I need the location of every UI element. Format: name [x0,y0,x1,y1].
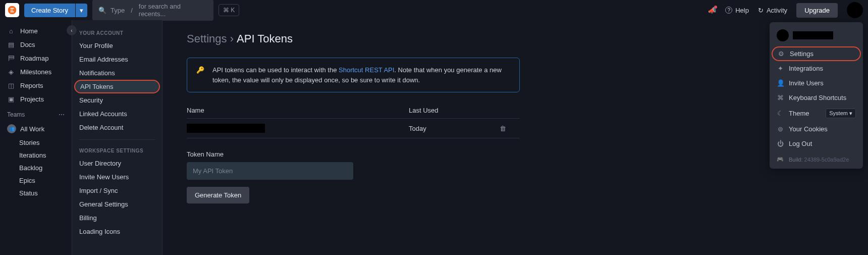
settings-invite-new-users[interactable]: Invite New Users [72,170,162,184]
menu-label: Integrations [789,65,823,72]
user-avatar[interactable] [847,2,863,18]
primary-sidebar: ‹ ⌂Home▤Docs⛿Roadmap◈Milestones◫Reports▣… [0,20,72,255]
logout-menu-item[interactable]: ⏻ Log Out [770,136,863,151]
power-icon: ⏻ [777,140,784,147]
nav-reports[interactable]: ◫Reports [0,79,72,92]
settings-your-profile[interactable]: Your Profile [72,39,162,53]
breadcrumb-parent[interactable]: Settings [187,32,227,45]
activity-link[interactable]: ↻ Activity [758,7,787,14]
info-callout: 🔑 API tokens can be used to interact wit… [187,58,520,92]
user-menu-dropdown: ⚙Settings✦Integrations👤Invite Users⌘Keyb… [770,22,863,169]
help-label: Help [735,7,749,14]
create-story-dropdown[interactable]: ▾ [76,4,87,17]
user-avatar-small [777,29,789,41]
settings-linked-accounts[interactable]: Linked Accounts [72,107,162,121]
search-hint-type: Type [111,7,125,14]
user-menu-header [770,27,863,46]
section-workspace-settings: WORKSPACE SETTINGS [72,145,162,157]
menu-invite-users[interactable]: 👤Invite Users [770,76,863,90]
projects-icon: ▣ [7,95,15,103]
menu-integrations[interactable]: ✦Integrations [770,61,863,76]
generate-token-button[interactable]: Generate Token [187,187,249,203]
build-info: 🎮 Build: 24389-5c0a9ad2e [770,151,863,164]
settings-email-addresses[interactable]: Email Addresses [72,53,162,66]
token-name-input[interactable] [187,162,353,180]
token-row: Today 🗑 [187,118,520,138]
menu-settings[interactable]: ⚙Settings [772,46,861,61]
moon-icon: ☾ [777,110,784,117]
search-kbd-shortcut: ⌘ K [219,4,239,16]
settings-notifications[interactable]: Notifications [72,66,162,80]
search-hint-rest: for search and recents... [139,3,207,18]
theme-select[interactable]: System ▾ [826,109,856,118]
create-story-button[interactable]: Create Story [24,4,75,17]
settings-user-directory[interactable]: User Directory [72,157,162,170]
section-your-account: YOUR ACCOUNT [72,27,162,39]
subnav-stories[interactable]: Stories [0,136,72,149]
upgrade-button[interactable]: Upgrade [796,3,838,18]
nav-milestones[interactable]: ◈Milestones [0,65,72,79]
milestones-icon: ◈ [7,68,15,76]
cookie-icon: ⊚ [777,125,784,133]
delete-token-button[interactable]: 🗑 [500,125,520,132]
settings-general-settings[interactable]: General Settings [72,197,162,211]
token-last-used: Today [409,125,500,132]
puzzle-icon: ✦ [777,65,784,72]
sidebar-collapse-button[interactable]: ‹ [67,25,77,35]
nav-projects[interactable]: ▣Projects [0,92,72,106]
col-header-last-used: Last Used [409,107,500,114]
nav-label: Docs [20,41,35,48]
team-avatar-icon: 👥 [7,124,16,133]
gamepad-icon: 🎮 [777,156,784,163]
search-icon: 🔍 [98,7,106,14]
info-text-pre: API tokens can be used to interact with … [212,66,339,74]
search-slash: / [129,7,135,14]
user-name-redacted [793,31,833,39]
breadcrumb-current: API Tokens [237,32,293,45]
nav-label: Roadmap [20,55,48,62]
nav-label: Projects [20,95,44,103]
teams-label: Teams [7,111,25,118]
search-input[interactable]: 🔍 Type / for search and recents... [92,0,213,21]
topbar: Create Story ▾ 🔍 Type / for search and r… [0,0,868,20]
menu-label: Keyboard Shortcuts [789,94,846,101]
app-logo[interactable] [5,3,19,17]
nav-roadmap[interactable]: ⛿Roadmap [0,52,72,65]
logout-label: Log Out [789,140,812,147]
settings-sidebar: YOUR ACCOUNT Your ProfileEmail Addresses… [72,20,162,255]
subnav-backlog[interactable]: Backlog [0,162,72,174]
menu-label: Invite Users [789,79,824,87]
team-label: All Work [20,125,44,133]
cookies-menu-item[interactable]: ⊚ Your Cookies [770,122,863,136]
activity-label: Activity [767,7,787,14]
token-name-label: Token Name [187,150,844,158]
subnav-iterations[interactable]: Iterations [0,149,72,162]
breadcrumb: Settings › API Tokens [187,32,844,45]
teams-more-icon[interactable]: ⋯ [59,111,65,118]
col-header-name: Name [187,107,409,114]
settings-security[interactable]: Security [72,93,162,107]
subnav-status[interactable]: Status [0,187,72,199]
notifications-icon[interactable]: 📣 [708,7,716,14]
roadmap-icon: ⛿ [7,55,15,62]
help-icon: ? [725,7,732,14]
token-name-redacted [187,124,265,133]
settings-loading-icons[interactable]: Loading Icons [72,225,162,238]
settings-billing[interactable]: Billing [72,211,162,225]
gear-icon: ⚙ [778,50,785,58]
settings-import-sync[interactable]: Import / Sync [72,184,162,197]
nav-home[interactable]: ⌂Home [0,24,72,38]
theme-menu-item[interactable]: ☾ Theme System ▾ [770,105,863,122]
settings-delete-account[interactable]: Delete Account [72,121,162,134]
team-all-work[interactable]: 👥 All Work [0,121,72,136]
subnav-epics[interactable]: Epics [0,174,72,187]
cookies-label: Your Cookies [789,125,828,133]
nav-label: Home [20,27,38,35]
menu-keyboard-shortcuts[interactable]: ⌘Keyboard Shortcuts [770,90,863,105]
reports-icon: ◫ [7,82,15,89]
nav-label: Milestones [20,68,51,76]
nav-docs[interactable]: ▤Docs [0,38,72,52]
settings-api-tokens[interactable]: API Tokens [74,80,160,93]
help-link[interactable]: ? Help [725,7,749,14]
rest-api-link[interactable]: Shortcut REST API [339,66,394,74]
